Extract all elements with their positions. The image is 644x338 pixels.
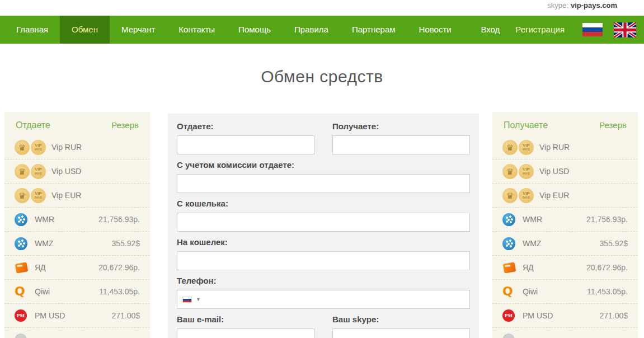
vip-crown-icon: ♛ [502,188,518,203]
skype-value: vip-pays.com [571,1,617,10]
vip-pays-icon: VIPPAYS [31,188,46,203]
skype-input[interactable] [332,328,470,338]
commission-label: С учетом комиссии отдаете: [177,160,470,170]
currency-name: WMZ [35,239,53,248]
pm-icon: PM [15,309,29,322]
nav-item[interactable]: Контакты [167,16,227,44]
reserve-value: 355.92$ [111,239,140,248]
vip-pays-icon: VIPPAYS [31,164,46,179]
webmoney-icon [15,213,27,226]
currency-name: Vip USD [51,167,81,176]
perfect-money-icon: PM [502,309,515,322]
reserve-value: 21,756.93р. [98,215,140,224]
nav-item[interactable]: Обмен [60,16,110,44]
email-label: Ваш e-mail: [177,314,314,324]
vip-pays-icon: VIPPAYS [519,188,534,203]
nav-item[interactable]: Помощь [227,16,283,44]
get-amount-label: Получаете: [332,121,470,131]
currency-row[interactable]: ЯД 20,672.96р. [4,256,150,280]
vip-pays-icon: VIPPAYS [519,164,534,179]
currency-name: WMR [35,215,54,224]
currency-row[interactable]: ЯД 20,672.96р. [492,256,638,280]
get-amount-input[interactable] [332,135,470,154]
currency-name: Vip USD [539,167,569,176]
vip-icon: ♛VIPPAYS [502,188,534,203]
vip-icon: ♛VIPPAYS [502,164,534,179]
from-wallet-input[interactable] [177,213,470,232]
reserve-value: 355.92$ [599,239,628,248]
currency-name: Vip EUR [51,191,81,200]
reserve-value: 20,672.96р. [98,263,140,272]
webmoney-icon [502,213,515,226]
nav-item[interactable]: Мерчант [110,16,167,44]
webmoney-icon [15,213,29,226]
currency-row[interactable]: Q Qiwi 11,453.05р. [492,280,638,304]
reserve-value: 271.00$ [599,311,628,320]
currency-name: WMR [523,215,542,224]
currency-row[interactable]: WMZ 355.92$ [4,232,150,256]
chevron-down-icon: ▼ [196,297,201,302]
skype-label: Ваш skype: [332,314,470,324]
nav-menu: ГлавнаяОбменМерчантКонтактыПомощьПравила… [0,16,463,44]
qiwi-icon: Q [502,285,513,298]
nav-user-area: Вход Регистрация [473,16,644,44]
currency-row[interactable]: ♛VIPPAYS Vip RUR [4,135,150,159]
main-nav: ГлавнаяОбменМерчантКонтактыПомощьПравила… [0,16,644,44]
vip-crown-icon: ♛ [15,140,30,155]
currency-row[interactable]: ♛VIPPAYS Vip USD [492,159,638,184]
british-flag-icon[interactable] [614,22,636,37]
currency-row[interactable] [492,328,638,338]
login-link[interactable]: Вход [473,16,507,44]
currency-name: WMZ [523,239,541,248]
yandex-icon [15,262,29,274]
currency-row[interactable]: Q Qiwi 11,453.05р. [4,280,150,304]
reserve-value: 11,453.05р. [99,287,140,296]
currency-row[interactable]: WMZ 355.92$ [492,232,638,256]
give-amount-label: Отдаете: [177,121,314,131]
give-currency-list: ♛VIPPAYS Vip RUR ♛VIPPAYS Vip USD ♛VIPPA… [4,135,150,338]
currency-name: Vip EUR [539,191,569,200]
to-wallet-input[interactable] [177,251,470,270]
currency-row[interactable] [4,328,150,338]
vip-pays-icon: VIPPAYS [31,140,46,155]
currency-row[interactable]: ♛VIPPAYS Vip RUR [492,135,638,159]
webmoney-icon [502,237,517,250]
vip-icon: ♛VIPPAYS [502,140,534,155]
nav-item[interactable]: Новости [407,16,463,44]
currency-name: Qiwi [35,287,50,296]
nav-item[interactable]: Главная [4,16,60,44]
russian-flag-icon[interactable] [582,23,603,36]
currency-name: ЯД [35,263,46,272]
reserve-value: 11,453.05р. [587,287,628,296]
currency-row[interactable]: WMR 21,756.93р. [4,208,150,232]
reserve-value: 271.00$ [111,311,140,320]
register-link[interactable]: Регистрация [507,16,572,44]
currency-name: ЯД [523,263,534,272]
currency-row[interactable]: ♛VIPPAYS Vip EUR [492,184,638,208]
currency-row[interactable]: PM PM USD 271.00$ [492,304,638,328]
phone-input[interactable]: ▼ [177,290,470,309]
currency-row[interactable]: PM PM USD 271.00$ [4,304,150,328]
give-panel-title: Отдаете [16,120,50,130]
nav-item[interactable]: Партнерам [340,16,407,44]
currency-row[interactable]: WMR 21,756.93р. [492,208,638,232]
topbar: skype:vip-pays.com [0,0,644,16]
qiwi-icon: Q [502,285,517,298]
reserve-value: 20,672.96р. [586,263,628,272]
currency-name: Vip RUR [539,143,570,152]
vip-icon: ♛VIPPAYS [15,164,46,179]
give-amount-input[interactable] [177,135,314,154]
currency-row[interactable]: ♛VIPPAYS Vip USD [4,159,150,184]
vip-icon: ♛VIPPAYS [15,140,46,155]
currency-row[interactable]: ♛VIPPAYS Vip EUR [4,184,150,208]
perfect-money-icon: PM [15,309,27,322]
skype-label: skype: [547,1,568,10]
vip-pays-icon: VIPPAYS [519,140,534,155]
unknown-icon [15,334,29,338]
skype-contact: skype:vip-pays.com [547,1,617,10]
vip-crown-icon: ♛ [502,140,518,155]
give-reserve-label: Резерв [111,120,139,130]
email-input[interactable] [177,328,314,338]
nav-item[interactable]: Правила [283,16,340,44]
commission-input[interactable] [177,174,470,193]
